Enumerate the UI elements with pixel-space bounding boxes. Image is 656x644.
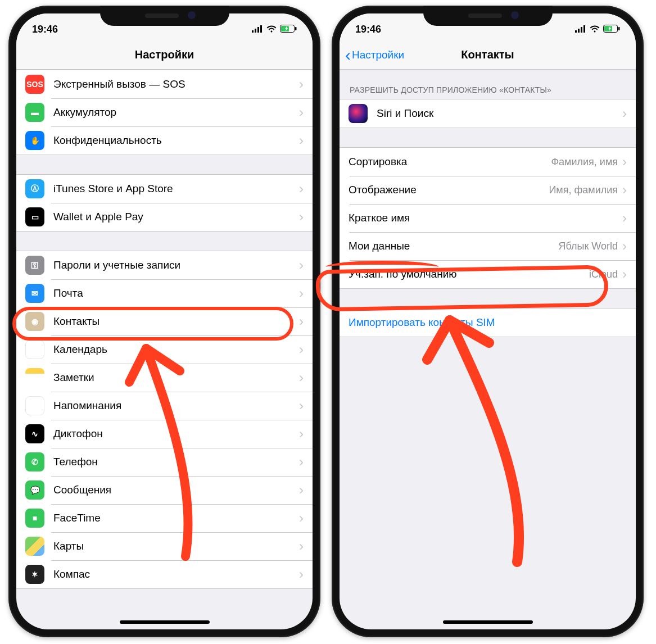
status-icons bbox=[575, 24, 620, 35]
chevron-right-icon: › bbox=[299, 182, 304, 196]
svg-rect-8 bbox=[578, 29, 580, 33]
row-siri-search[interactable]: Siri и Поиск › bbox=[340, 99, 636, 128]
row-уч-зап-по-умолчанию[interactable]: Уч.зап. по умолчаниюiCloud› bbox=[340, 260, 636, 288]
wifi-icon bbox=[590, 24, 600, 35]
row-value: iCloud bbox=[589, 269, 618, 280]
row-passwords[interactable]: ⚿Пароли и учетные записи› bbox=[16, 251, 313, 279]
annotation-arrow-right bbox=[416, 303, 540, 573]
svg-rect-5 bbox=[281, 26, 289, 31]
chevron-right-icon: › bbox=[299, 287, 304, 300]
svg-rect-13 bbox=[618, 27, 620, 30]
row-value: Яблык World bbox=[559, 241, 618, 252]
svg-rect-2 bbox=[257, 27, 259, 33]
calendar-icon bbox=[25, 340, 44, 359]
row-label: Аккумулятор bbox=[53, 106, 299, 119]
reminders-icon: ⋮ bbox=[25, 396, 44, 415]
row-label: iTunes Store и App Store bbox=[53, 183, 299, 195]
voice-memos-icon: ∿ bbox=[25, 424, 44, 443]
battery-icon: ▬ bbox=[25, 103, 44, 122]
contacts-icon: ◉ bbox=[25, 312, 44, 331]
row-сортировка[interactable]: СортировкаФамилия, имя› bbox=[340, 148, 636, 176]
row-label: Почта bbox=[53, 287, 299, 300]
row-itunes[interactable]: ⒶiTunes Store и App Store› bbox=[16, 175, 313, 203]
chevron-right-icon: › bbox=[299, 483, 304, 497]
row-label: Wallet и Apple Pay bbox=[53, 211, 299, 223]
status-icons bbox=[252, 24, 297, 35]
cellular-icon bbox=[575, 24, 586, 35]
battery-icon bbox=[280, 24, 297, 35]
siri-icon bbox=[349, 104, 368, 123]
row-label: Уч.зап. по умолчанию bbox=[349, 268, 589, 280]
row-value: Фамилия, имя bbox=[551, 156, 618, 168]
siri-access-group: Siri и Поиск › bbox=[340, 99, 636, 128]
notes-icon bbox=[25, 368, 44, 387]
page-title: Настройки bbox=[135, 48, 194, 61]
back-label: Настройки bbox=[352, 49, 404, 61]
row-wallet[interactable]: ▭Wallet и Apple Pay› bbox=[16, 203, 313, 231]
row-label: Экстренный вызов — SOS bbox=[53, 78, 299, 90]
status-time: 19:46 bbox=[32, 24, 58, 35]
row-battery[interactable]: ▬Аккумулятор› bbox=[16, 98, 313, 126]
row-label: Сортировка bbox=[349, 156, 551, 168]
chevron-right-icon: › bbox=[299, 134, 304, 147]
wallet-icon: ▭ bbox=[25, 207, 44, 226]
page-title: Контакты bbox=[461, 48, 514, 61]
chevron-right-icon: › bbox=[622, 183, 627, 197]
row-value: Имя, фамилия bbox=[549, 184, 618, 196]
row-label: Мои данные bbox=[349, 240, 559, 252]
svg-rect-3 bbox=[260, 25, 262, 33]
chevron-right-icon: › bbox=[299, 210, 304, 224]
notch bbox=[100, 6, 229, 26]
wifi-icon bbox=[266, 24, 277, 35]
row-label: Пароли и учетные записи bbox=[53, 259, 299, 271]
phone-icon: ✆ bbox=[25, 452, 44, 471]
svg-rect-6 bbox=[295, 27, 297, 30]
notch bbox=[423, 6, 553, 26]
home-indicator[interactable] bbox=[120, 620, 210, 624]
svg-rect-12 bbox=[604, 26, 612, 31]
row-label: Контакты bbox=[53, 315, 299, 328]
chevron-right-icon: › bbox=[299, 258, 304, 272]
navbar-right: ‹ Настройки Контакты bbox=[340, 40, 636, 70]
svg-rect-10 bbox=[583, 25, 585, 33]
row-label: Siri и Поиск bbox=[377, 107, 622, 120]
chevron-right-icon: › bbox=[299, 106, 304, 119]
itunes-icon: Ⓐ bbox=[25, 179, 44, 198]
chevron-right-icon: › bbox=[299, 568, 304, 581]
passwords-icon: ⚿ bbox=[25, 256, 44, 275]
privacy-icon: ✋ bbox=[25, 131, 44, 150]
facetime-icon: ■ bbox=[25, 509, 44, 528]
chevron-right-icon: › bbox=[299, 455, 304, 469]
row-label: Краткое имя bbox=[349, 212, 622, 224]
row-sos[interactable]: SOSЭкстренный вызов — SOS› bbox=[16, 70, 313, 98]
row-privacy[interactable]: ✋Конфиденциальность› bbox=[16, 126, 313, 155]
annotation-arrow-left bbox=[118, 332, 219, 568]
status-time: 19:46 bbox=[355, 24, 381, 35]
back-button[interactable]: ‹ Настройки bbox=[345, 47, 404, 64]
chevron-right-icon: › bbox=[299, 371, 304, 384]
navbar-left: Настройки bbox=[16, 40, 313, 70]
chevron-right-icon: › bbox=[622, 267, 627, 281]
row-отображение[interactable]: ОтображениеИмя, фамилия› bbox=[340, 176, 636, 204]
home-indicator[interactable] bbox=[443, 620, 533, 624]
mail-icon: ✉ bbox=[25, 284, 44, 303]
row-краткое-имя[interactable]: Краткое имя› bbox=[340, 204, 636, 232]
svg-rect-0 bbox=[252, 30, 254, 33]
messages-icon: 💬 bbox=[25, 480, 44, 500]
chevron-right-icon: › bbox=[299, 427, 304, 441]
chevron-left-icon: ‹ bbox=[345, 47, 351, 64]
chevron-right-icon: › bbox=[622, 211, 627, 225]
row-label: Компас bbox=[53, 568, 299, 580]
chevron-right-icon: › bbox=[299, 78, 304, 91]
contacts-options-group: СортировкаФамилия, имя›ОтображениеИмя, ф… bbox=[340, 147, 636, 289]
svg-rect-9 bbox=[581, 27, 582, 33]
chevron-right-icon: › bbox=[299, 539, 304, 553]
battery-icon bbox=[603, 24, 620, 35]
row-mail[interactable]: ✉Почта› bbox=[16, 279, 313, 307]
svg-rect-1 bbox=[255, 29, 256, 33]
compass-icon: ✶ bbox=[25, 565, 44, 584]
row-label: Конфиденциальность bbox=[53, 134, 299, 147]
chevron-right-icon: › bbox=[622, 155, 627, 169]
chevron-right-icon: › bbox=[299, 315, 304, 328]
row-мои-данные[interactable]: Мои данныеЯблык World› bbox=[340, 232, 636, 260]
